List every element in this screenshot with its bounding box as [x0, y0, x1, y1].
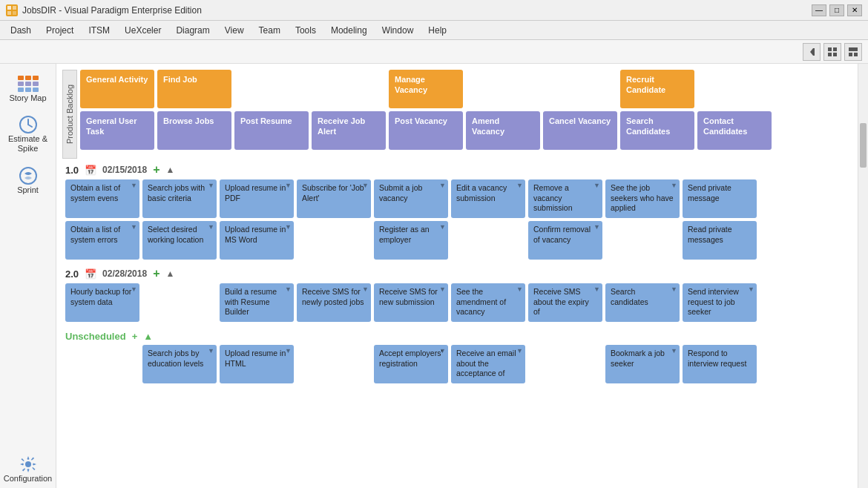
epic-recruit-candidate[interactable]: Recruit Candidate	[620, 70, 694, 108]
card-hourly-backup[interactable]: Hourly backup for system data ▼	[65, 283, 139, 322]
usertask-general[interactable]: General User Task	[80, 111, 154, 150]
sprint-2-collapse-button[interactable]: ▲	[165, 268, 174, 279]
unscheduled-collapse-button[interactable]: ▲	[143, 331, 153, 342]
dropdown-arrow[interactable]: ▼	[594, 182, 600, 191]
card-upload-html[interactable]: Upload resume in HTML ▼	[220, 345, 294, 383]
card-upload-msword[interactable]: Upload resume in MS Word ▼	[220, 221, 294, 260]
card-subscribe-alert[interactable]: Subscribe for 'Job Alert' ▼	[297, 179, 371, 218]
card-send-interview[interactable]: Send interview request to job seeker ▼	[683, 283, 757, 322]
cards-area: General Activity Find Job Manage Vacancy…	[77, 70, 852, 159]
dropdown-arrow[interactable]: ▼	[439, 182, 446, 191]
dropdown-arrow[interactable]: ▼	[362, 182, 369, 191]
card-sms-new-submission[interactable]: Receive SMS for new submission ▼	[374, 283, 448, 322]
sprint-2-add-button[interactable]: +	[153, 267, 160, 280]
epic-find-job[interactable]: Find Job	[157, 70, 231, 108]
toolbar-layout-button[interactable]	[844, 43, 862, 61]
dropdown-arrow[interactable]: ▼	[594, 286, 600, 294]
dropdown-arrow[interactable]: ▼	[362, 286, 369, 294]
dropdown-arrow[interactable]: ▼	[285, 182, 292, 191]
dropdown-arrow[interactable]: ▼	[439, 286, 446, 294]
dropdown-arrow[interactable]: ▼	[131, 223, 137, 232]
epic-general-activity[interactable]: General Activity	[80, 70, 154, 108]
card-sms-posted-jobs[interactable]: Receive SMS for newly posted jobs ▼	[297, 283, 371, 322]
dropdown-arrow[interactable]: ▼	[208, 223, 214, 232]
menu-project[interactable]: Project	[39, 24, 81, 37]
card-obtain-system-evens[interactable]: Obtain a list of system evens ▼	[65, 179, 139, 218]
menu-team[interactable]: Team	[251, 24, 288, 37]
dropdown-arrow[interactable]: ▼	[671, 286, 677, 294]
card-register-employer[interactable]: Register as an employer ▼	[374, 221, 448, 260]
usertask-browse[interactable]: Browse Jobs	[157, 111, 231, 150]
dropdown-arrow[interactable]: ▼	[516, 286, 523, 294]
usertask-contact-candidates[interactable]: Contact Candidates	[697, 111, 772, 150]
card-send-private[interactable]: Send private message	[683, 179, 757, 218]
usertask-post-vacancy[interactable]: Post Vacancy	[389, 111, 463, 150]
maximize-button[interactable]: □	[829, 4, 844, 16]
dropdown-arrow[interactable]: ▼	[594, 223, 600, 232]
dropdown-arrow[interactable]: ▼	[516, 182, 523, 191]
menu-tools[interactable]: Tools	[288, 24, 323, 37]
menu-help[interactable]: Help	[421, 24, 454, 37]
dropdown-arrow[interactable]: ▼	[516, 347, 523, 356]
card-label: Select desired working location	[148, 225, 211, 245]
usertask-amend-vacancy[interactable]: Amend Vacancy	[466, 111, 540, 150]
card-see-amendment[interactable]: See the amendment of vacancy ▼	[451, 283, 525, 322]
dropdown-arrow[interactable]: ▼	[439, 223, 446, 232]
card-accept-employers[interactable]: Accept employers' registration ▼	[374, 345, 448, 383]
menu-diagram[interactable]: Diagram	[168, 24, 217, 37]
unscheduled-add-button[interactable]: +	[132, 331, 138, 342]
card-edit-vacancy[interactable]: Edit a vacancy submission ▼	[451, 179, 525, 218]
menu-modeling[interactable]: Modeling	[323, 24, 375, 37]
card-confirm-removal[interactable]: Confirm removal of vacancy ▼	[528, 221, 602, 260]
card-sms-expiry[interactable]: Receive SMS about the expiry of ▼	[528, 283, 602, 322]
usertask-post-resume[interactable]: Post Resume	[234, 111, 309, 150]
menu-uexceler[interactable]: UeXceler	[117, 24, 168, 37]
card-system-errors[interactable]: Obtain a list of system errors ▼	[65, 221, 139, 260]
usertask-search-candidates[interactable]: Search Candidates	[620, 111, 694, 150]
epic-manage-vacancy[interactable]: Manage Vacancy	[389, 70, 463, 108]
dropdown-arrow[interactable]: ▼	[748, 286, 754, 294]
vertical-scrollbar[interactable]	[858, 64, 868, 488]
scrollbar-thumb[interactable]	[860, 123, 867, 168]
menu-dash[interactable]: Dash	[3, 24, 39, 37]
dropdown-arrow[interactable]: ▼	[285, 223, 292, 232]
sidebar-item-estimate[interactable]: Estimate & Spike	[4, 111, 53, 158]
menu-window[interactable]: Window	[375, 24, 421, 37]
dropdown-arrow[interactable]: ▼	[131, 286, 137, 294]
close-button[interactable]: ✕	[847, 4, 862, 16]
card-read-private[interactable]: Read private messages	[683, 221, 757, 260]
dropdown-arrow[interactable]: ▼	[671, 182, 677, 191]
card-search-education[interactable]: Search jobs by education levels ▼	[142, 345, 217, 383]
card-search-candidates-2[interactable]: Search candidates ▼	[605, 283, 680, 322]
card-remove-vacancy[interactable]: Remove a vacancy submission ▼	[528, 179, 602, 218]
story-map-board[interactable]: Product Backlog General Activity Find Jo…	[56, 64, 858, 488]
usertask-receive-alert[interactable]: Receive Job Alert	[312, 111, 386, 150]
sidebar-item-configuration[interactable]: Configuration	[4, 450, 53, 488]
card-bookmark-seeker[interactable]: Bookmark a job seeker ▼	[605, 345, 680, 383]
menu-itsm[interactable]: ITSM	[81, 24, 117, 37]
sidebar-item-story-map[interactable]: Story Map	[4, 70, 53, 108]
sprint-1-add-button[interactable]: +	[153, 163, 160, 177]
sidebar-item-sprint[interactable]: Sprint	[4, 162, 53, 200]
card-see-seekers[interactable]: See the job seekers who have applied ▼	[605, 179, 680, 218]
card-search-jobs-basic[interactable]: Search jobs with basic criteria ▼	[142, 179, 217, 218]
dropdown-arrow[interactable]: ▼	[131, 182, 137, 191]
toolbar-grid-button[interactable]	[823, 43, 841, 61]
menu-view[interactable]: View	[217, 24, 251, 37]
dropdown-arrow[interactable]: ▼	[285, 286, 292, 294]
card-upload-pdf[interactable]: Upload resume in PDF ▼	[220, 179, 294, 218]
dropdown-arrow[interactable]: ▼	[439, 347, 446, 356]
dropdown-arrow[interactable]: ▼	[208, 182, 214, 191]
toolbar-back-button[interactable]	[803, 43, 821, 61]
dropdown-arrow[interactable]: ▼	[671, 347, 677, 356]
card-respond-interview[interactable]: Respond to interview request	[683, 345, 757, 383]
card-submit-vacancy[interactable]: Submit a job vacancy ▼	[374, 179, 448, 218]
usertask-cancel-vacancy[interactable]: Cancel Vacancy	[543, 111, 617, 150]
card-resume-builder[interactable]: Build a resume with Resume Builder ▼	[220, 283, 294, 322]
card-working-location[interactable]: Select desired working location ▼	[142, 221, 217, 260]
minimize-button[interactable]: —	[812, 4, 826, 16]
dropdown-arrow[interactable]: ▼	[285, 347, 292, 356]
card-receive-email-acceptance[interactable]: Receive an email about the acceptance of…	[451, 345, 525, 383]
dropdown-arrow[interactable]: ▼	[208, 347, 214, 356]
sprint-1-collapse-button[interactable]: ▲	[165, 165, 174, 175]
